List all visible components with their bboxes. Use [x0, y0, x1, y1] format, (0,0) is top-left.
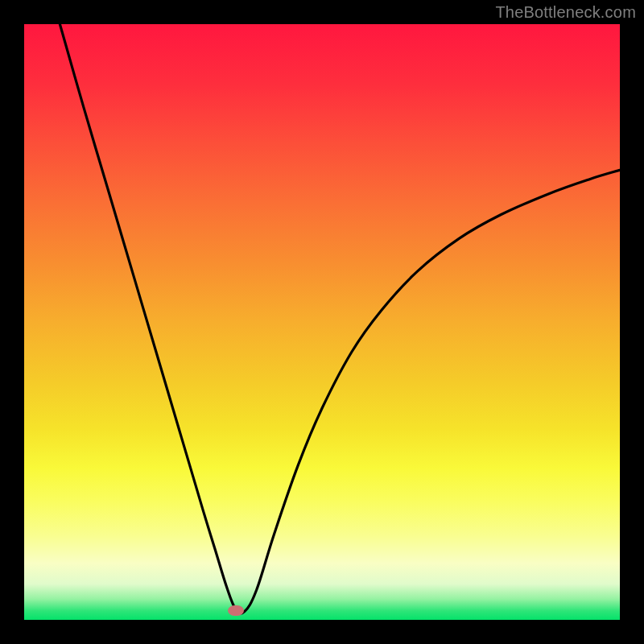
optimal-point-marker — [228, 605, 244, 616]
gradient-background — [24, 24, 620, 620]
chart-container: TheBottleneck.com — [0, 0, 644, 644]
watermark-text: TheBottleneck.com — [495, 3, 636, 22]
plot-svg — [24, 24, 620, 620]
